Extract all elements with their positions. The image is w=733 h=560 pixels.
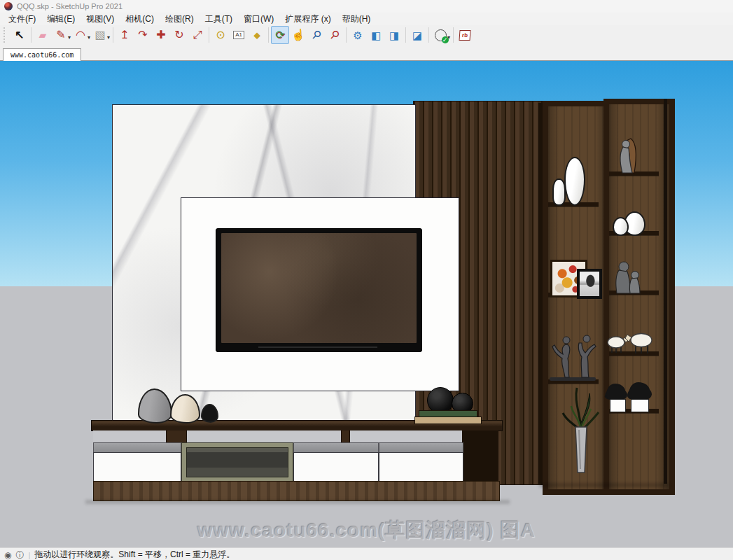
- line-dropdown-icon[interactable]: ▾: [68, 34, 71, 41]
- white-planter-pot: [631, 399, 649, 412]
- cabinet-divider: [341, 430, 350, 442]
- shelf-unit-shadow: [539, 483, 669, 487]
- menu-draw[interactable]: 绘图(R): [160, 13, 200, 25]
- round-white-vase-small: [613, 217, 629, 236]
- avatar: ✓: [435, 29, 447, 41]
- cabinet-right-cavity: [462, 430, 498, 481]
- cabinet-drawer: [293, 452, 379, 482]
- dancer-figurines: [547, 328, 600, 382]
- toolbar-grip[interactable]: [4, 27, 8, 43]
- cabinet-drawer: [93, 452, 181, 482]
- extension-2-icon[interactable]: ◧: [367, 26, 385, 44]
- status-separator: |: [28, 551, 30, 559]
- scene-tab-bar: www.caotu66.com: [0, 45, 733, 61]
- abstract-figurine-mother-child: [614, 134, 643, 175]
- menu-window[interactable]: 窗口(W): [238, 13, 279, 25]
- extension-1-icon[interactable]: ⚙: [349, 26, 367, 44]
- sheep-figurines: [605, 331, 657, 355]
- photo-frame-black: [577, 269, 602, 299]
- toolbar: ↖ ▰ ✎ ▾ ◠ ▾ ▧ ▾ ↥ ↷ ✚ ↻ ⤢ ⊙ A1 ⬥ ⟳ ☝ ⚲ ⚲…: [0, 25, 733, 45]
- cabinet-drawer: [379, 452, 463, 482]
- text-tool-icon[interactable]: A1: [230, 26, 248, 44]
- arc-dropdown-icon[interactable]: ▾: [88, 34, 90, 41]
- toolbar-separator: [113, 27, 113, 43]
- niche-interior: [186, 447, 288, 477]
- menu-edit[interactable]: 编辑(E): [41, 13, 81, 25]
- rotate-tool-icon[interactable]: ↻: [170, 26, 188, 44]
- paint-bucket-tool-icon[interactable]: ⬥: [248, 26, 266, 44]
- watermark: www.caotu66.com(草图溜溜网) 图A: [0, 517, 733, 544]
- abstract-couple-figurines: [613, 260, 643, 294]
- white-planter-pot: [610, 399, 626, 412]
- select-tool-icon[interactable]: ↖: [11, 26, 29, 44]
- shelf-unit-right-side: [664, 99, 667, 484]
- toolbar-separator: [428, 27, 429, 43]
- toolbar-separator: [405, 27, 406, 43]
- tv-screen: [221, 233, 417, 343]
- follow-me-tool-icon[interactable]: ↷: [134, 26, 152, 44]
- menu-view[interactable]: 视图(V): [81, 13, 120, 25]
- signed-in-check-icon: ✓: [442, 36, 449, 43]
- shelf-unit-left-side: [538, 103, 543, 484]
- scale-tool-icon[interactable]: ⤢: [188, 26, 207, 44]
- menu-tools[interactable]: 工具(T): [200, 13, 238, 25]
- black-plant-tuft: [629, 384, 650, 400]
- cabinet-divider: [166, 430, 187, 442]
- potted-plant-tall: [560, 384, 602, 475]
- cabinet-open-shelf: [93, 430, 462, 442]
- tv-soundbar: [258, 346, 377, 348]
- toolbar-separator: [31, 27, 32, 43]
- ruby-console-icon[interactable]: rb: [456, 26, 474, 44]
- extension-3-icon[interactable]: ◨: [385, 26, 403, 44]
- eraser-tool-icon[interactable]: ▰: [34, 26, 52, 44]
- window-title: QQQ.skp - SketchUp Pro 2021: [17, 2, 123, 10]
- info-icon[interactable]: ⓘ: [15, 551, 24, 559]
- model-viewport[interactable]: www.caotu66.com(草图溜溜网) 图A: [0, 61, 733, 547]
- black-plant-tuft: [606, 385, 626, 400]
- scene-tab[interactable]: www.caotu66.com: [3, 48, 81, 61]
- cabinet-shadow: [85, 500, 510, 504]
- small-white-vase: [552, 178, 566, 206]
- orbit-tool-icon[interactable]: ⟳: [271, 26, 289, 44]
- menu-file[interactable]: 文件(F): [3, 13, 41, 25]
- book-tan: [414, 416, 482, 424]
- menu-extensions[interactable]: 扩展程序 (x): [279, 13, 336, 25]
- television: [216, 228, 422, 352]
- toolbar-separator: [268, 27, 269, 43]
- shapes-dropdown-icon[interactable]: ▾: [107, 34, 110, 41]
- menu-bar: 文件(F) 编辑(E) 视图(V) 相机(C) 绘图(R) 工具(T) 窗口(W…: [0, 13, 733, 25]
- text-tool-label: A1: [233, 31, 244, 39]
- extension-4-icon[interactable]: ◪: [408, 26, 426, 44]
- ruby-console-label: rb: [459, 30, 471, 41]
- push-pull-tool-icon[interactable]: ↥: [116, 26, 134, 44]
- status-bar: ◉ ⓘ | 拖动以进行环绕观察。Shift = 平移，Ctrl = 重力悬浮。: [0, 547, 733, 560]
- toolbar-separator: [453, 27, 454, 43]
- title-bar: QQQ.skp - SketchUp Pro 2021: [0, 0, 733, 13]
- menu-camera[interactable]: 相机(C): [120, 13, 160, 25]
- tape-measure-tool-icon[interactable]: ⊙: [211, 26, 230, 44]
- menu-help[interactable]: 帮助(H): [337, 13, 377, 25]
- cabinet-base: [93, 481, 500, 501]
- sketchup-logo-icon: [4, 2, 13, 10]
- cabinet-metal-niche: [181, 442, 293, 482]
- zoom-extents-tool-icon[interactable]: ⚲: [322, 22, 348, 48]
- geolocation-icon[interactable]: ◉: [4, 551, 11, 559]
- status-hint-text: 拖动以进行环绕观察。Shift = 平移，Ctrl = 重力悬浮。: [34, 549, 235, 560]
- toolbar-separator: [209, 27, 209, 43]
- move-tool-icon[interactable]: ✚: [152, 26, 170, 44]
